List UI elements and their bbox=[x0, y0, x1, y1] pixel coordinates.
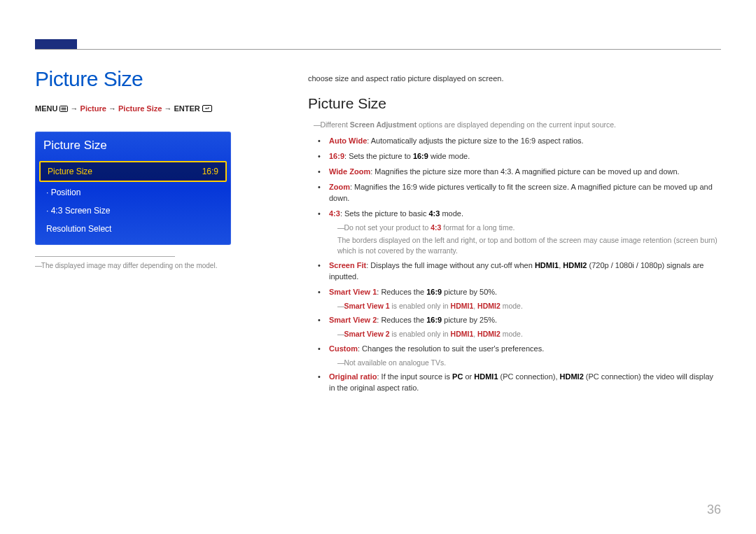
option-text: : Changes the resolution to suit the use… bbox=[358, 344, 544, 353]
two-column-layout: Picture Size MENU → Picture → Picture Si… bbox=[35, 67, 721, 398]
option-smart-view-1: Smart View 1: Reduces the 16:9 picture b… bbox=[329, 287, 721, 311]
note-text: Different bbox=[320, 120, 349, 129]
osd-row-label: Position bbox=[46, 188, 220, 197]
osd-body: Picture Size 16:9 Position 4:3 Screen Si… bbox=[35, 158, 231, 245]
option-text: or bbox=[463, 372, 474, 381]
breadcrumb-menu: MENU bbox=[35, 104, 57, 113]
option-text: picture by 50%. bbox=[442, 288, 497, 296]
breadcrumb-enter: ENTER bbox=[174, 104, 200, 113]
subnote-text: Do not set your product to bbox=[344, 223, 430, 232]
subnote-bold: HDMI2 bbox=[477, 330, 500, 338]
option-bold: HDMI2 bbox=[560, 372, 584, 381]
option-bold: 16:9 bbox=[426, 288, 442, 296]
intro-text: choose size and aspect ratio picture dis… bbox=[308, 74, 721, 83]
option-subnote: Smart View 1 is enabled only in HDMI1, H… bbox=[337, 301, 721, 311]
option-text: : Sets the picture to bbox=[344, 152, 413, 160]
option-keyword: Smart View 1 bbox=[329, 288, 377, 296]
option-subnote: Smart View 2 is enabled only in HDMI1, H… bbox=[337, 329, 721, 339]
option-text: : Displays the full image without any cu… bbox=[366, 261, 535, 269]
option-text: : Reduces the bbox=[377, 316, 426, 324]
subnote-text: mode. bbox=[500, 330, 523, 338]
subnote-bold: HDMI1 bbox=[451, 330, 474, 338]
left-column: Picture Size MENU → Picture → Picture Si… bbox=[35, 67, 273, 398]
breadcrumb-arrow: → bbox=[108, 104, 116, 113]
osd-row-label: Resolution Select bbox=[46, 224, 220, 234]
subnote-bold: Smart View 2 bbox=[344, 330, 389, 338]
option-keyword: Zoom bbox=[329, 183, 350, 191]
osd-row-43: 4:3 Screen Size bbox=[39, 202, 227, 220]
subnote-bold: Smart View 1 bbox=[344, 302, 389, 310]
breadcrumb-picture: Picture bbox=[80, 104, 106, 113]
footnote-divider bbox=[35, 256, 175, 257]
osd-row-position: Position bbox=[39, 183, 227, 202]
option-keyword: 16:9 bbox=[329, 152, 344, 160]
subnote-text: is enabled only in bbox=[390, 330, 451, 338]
option-keyword: Wide Zoom bbox=[329, 167, 370, 176]
option-text: picture by 25%. bbox=[442, 316, 497, 324]
top-divider bbox=[35, 49, 721, 50]
option-smart-view-2: Smart View 2: Reduces the 16:9 picture b… bbox=[329, 315, 721, 339]
option-bold: HDMI1 bbox=[535, 261, 559, 269]
subnote-bold: HDMI2 bbox=[477, 302, 500, 310]
subnote-bold: 4:3 bbox=[430, 223, 441, 232]
section-heading: Picture Size bbox=[308, 95, 721, 112]
osd-row-value: 16:9 bbox=[202, 167, 218, 176]
option-zoom: Zoom: Magnifies the 16:9 wide pictures v… bbox=[329, 182, 721, 204]
option-text: : Magnifies the picture size more than 4… bbox=[370, 167, 679, 176]
option-subnote: Not available on analogue TVs. bbox=[337, 358, 721, 368]
option-bold: 16:9 bbox=[426, 316, 442, 324]
note-text: options are displayed depending on the c… bbox=[416, 120, 616, 129]
option-16-9: 16:9: Sets the picture to 16:9 wide mode… bbox=[329, 151, 721, 162]
osd-row-label: Picture Size bbox=[48, 167, 202, 176]
page-number: 36 bbox=[707, 503, 721, 517]
breadcrumb-picture-size: Picture Size bbox=[118, 104, 162, 113]
option-text: : Reduces the bbox=[377, 288, 426, 296]
option-keyword: Original ratio bbox=[329, 372, 377, 381]
option-keyword: Screen Fit bbox=[329, 261, 366, 269]
option-bold: HDMI1 bbox=[474, 372, 498, 381]
chapter-tab-indicator bbox=[35, 39, 77, 49]
option-wide-zoom: Wide Zoom: Magnifies the picture size mo… bbox=[329, 167, 721, 178]
screen-adjustment-note: Different Screen Adjustment options are … bbox=[308, 120, 721, 129]
page-title: Picture Size bbox=[35, 67, 273, 91]
option-original-ratio: Original ratio: If the input source is P… bbox=[329, 372, 721, 394]
option-subnote: Do not set your product to 4:3 format fo… bbox=[337, 223, 721, 233]
breadcrumb-arrow: → bbox=[71, 104, 78, 113]
subnote-text: format for a long time. bbox=[441, 223, 514, 232]
note-bold: Screen Adjustment bbox=[350, 120, 416, 129]
osd-row-picture-size: Picture Size 16:9 bbox=[39, 161, 227, 182]
option-text: : Sets the picture to basic bbox=[340, 209, 429, 218]
option-screen-fit: Screen Fit: Displays the full image with… bbox=[329, 260, 721, 283]
option-text: : Magnifies the 16:9 wide pictures verti… bbox=[329, 183, 713, 202]
option-keyword: Custom bbox=[329, 344, 358, 353]
option-auto-wide: Auto Wide: Automatically adjusts the pic… bbox=[329, 136, 721, 147]
option-custom: Custom: Changes the resolution to suit t… bbox=[329, 344, 721, 368]
manual-page: Picture Size MENU → Picture → Picture Si… bbox=[0, 0, 756, 534]
option-subnote-plain: The borders displayed on the left and ri… bbox=[337, 235, 721, 255]
osd-row-label: 4:3 Screen Size bbox=[46, 206, 220, 216]
right-column: choose size and aspect ratio picture dis… bbox=[308, 67, 721, 398]
subnote-text: mode. bbox=[500, 302, 523, 310]
option-text: : Automatically adjusts the picture size… bbox=[367, 136, 583, 145]
option-text: wide mode. bbox=[428, 152, 470, 160]
breadcrumb-arrow: → bbox=[164, 104, 172, 113]
option-bold: PC bbox=[452, 372, 463, 381]
menu-breadcrumb: MENU → Picture → Picture Size → ENTER bbox=[35, 104, 273, 115]
option-bold: 16:9 bbox=[413, 152, 428, 160]
subnote-text: is enabled only in bbox=[390, 302, 451, 310]
option-text: : If the input source is bbox=[377, 372, 452, 381]
osd-row-resolution: Resolution Select bbox=[39, 220, 227, 238]
osd-preview-panel: Picture Size Picture Size 16:9 Position … bbox=[35, 132, 231, 245]
option-keyword: 4:3 bbox=[329, 209, 340, 218]
option-keyword: Smart View 2 bbox=[329, 316, 377, 324]
option-list: Auto Wide: Automatically adjusts the pic… bbox=[308, 136, 721, 394]
option-text: mode. bbox=[440, 209, 463, 218]
option-bold: 4:3 bbox=[428, 209, 440, 218]
option-text: (PC connection), bbox=[498, 372, 560, 381]
menu-icon bbox=[59, 104, 68, 115]
subnote-bold: HDMI1 bbox=[451, 302, 474, 310]
enter-icon bbox=[202, 104, 212, 115]
osd-title: Picture Size bbox=[35, 132, 231, 158]
option-bold: HDMI2 bbox=[563, 261, 587, 269]
option-4-3: 4:3: Sets the picture to basic 4:3 mode.… bbox=[329, 209, 721, 256]
